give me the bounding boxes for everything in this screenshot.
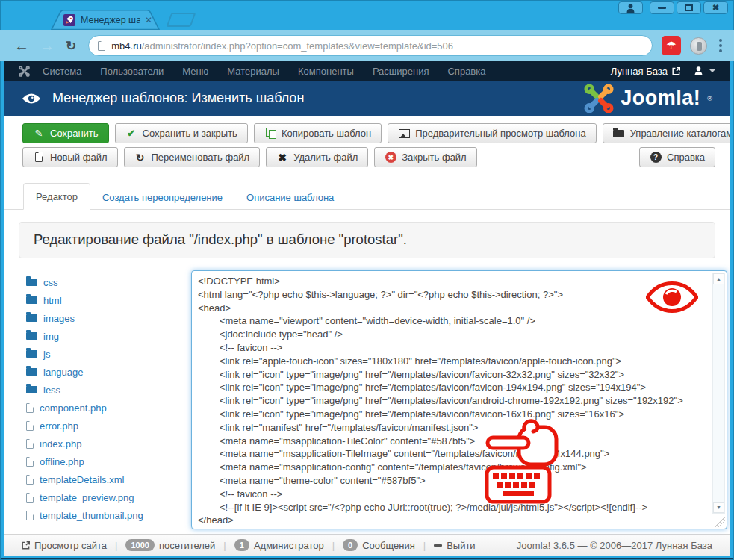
- rename-icon: ↻: [134, 152, 146, 163]
- tree-folder-less[interactable]: less: [26, 381, 191, 399]
- browser-toolbar: ← → ↻ mb4.ru/administrator/index.php?opt…: [0, 30, 734, 61]
- save-button[interactable]: ✎ Сохранить: [22, 123, 109, 143]
- admin-navbar: Система Пользователи Меню Материалы Комп…: [4, 61, 730, 81]
- joomla-wordmark: Joomla!: [621, 87, 700, 110]
- back-button[interactable]: ←: [14, 38, 29, 53]
- save-close-button[interactable]: ✔ Сохранить и закрыть: [115, 123, 248, 143]
- tree-folder-html[interactable]: html: [26, 291, 191, 309]
- code-editor-textarea[interactable]: <!DOCTYPE html> <html lang="<?php echo $…: [198, 275, 709, 527]
- close-file-label: Закрыть файл: [402, 152, 466, 163]
- new-file-icon: [33, 152, 45, 163]
- user-menu-button[interactable]: [694, 66, 703, 75]
- admins-status[interactable]: 1 Администратор: [234, 539, 324, 551]
- forward-button[interactable]: →: [40, 38, 55, 53]
- messages-status[interactable]: 0 Сообщения: [343, 539, 415, 551]
- nav-item-system[interactable]: Система: [43, 66, 81, 77]
- nav-item-content[interactable]: Материалы: [227, 66, 279, 77]
- tree-file-template-preview[interactable]: template_preview.png: [26, 488, 191, 506]
- image-icon: [398, 128, 410, 139]
- browser-menu-button[interactable]: [718, 37, 724, 54]
- close-window-button[interactable]: ✖: [703, 1, 728, 14]
- manage-folders-button[interactable]: Управление каталогами: [603, 123, 730, 143]
- tree-folder-img[interactable]: img: [26, 327, 191, 345]
- external-link-icon: [672, 67, 680, 75]
- scroll-down-icon[interactable]: ▼: [713, 502, 724, 513]
- extension-icon[interactable]: [690, 37, 707, 55]
- nav-item-users[interactable]: Пользователи: [100, 66, 164, 77]
- tree-file-component[interactable]: component.php: [26, 399, 191, 417]
- new-file-label: Новый файл: [50, 152, 108, 163]
- folder-icon: [26, 386, 37, 393]
- eye-icon: [22, 93, 41, 105]
- page-header: Менеджер шаблонов: Изменить шаблон Jooml…: [4, 81, 730, 116]
- profile-button[interactable]: [618, 1, 643, 14]
- minimize-icon: [658, 7, 666, 9]
- preview-template-button[interactable]: Предварительный просмотр шаблона: [388, 123, 597, 143]
- visitors-label: посетителей: [159, 540, 215, 551]
- new-tab-button[interactable]: [167, 13, 196, 27]
- copy-template-button[interactable]: Копировать шаблон: [254, 123, 382, 143]
- rename-file-label: Переименовать файл: [152, 152, 250, 163]
- tab-template-description[interactable]: Описание шаблона: [234, 184, 346, 210]
- admin-status-bar: Просмотр сайта | 1000 посетителей | 1 Ад…: [4, 534, 730, 556]
- close-file-button[interactable]: ✖ Закрыть файл: [374, 147, 476, 167]
- file-icon: [26, 493, 34, 503]
- antivirus-extension-icon[interactable]: ☂: [662, 36, 681, 55]
- tree-file-index[interactable]: index.php: [26, 435, 191, 452]
- url-path: /administrator/index.php?option=com_temp…: [142, 40, 453, 52]
- window-titlebar: Менеджер шаблонов: И ✕ ✖: [0, 0, 734, 30]
- reload-button[interactable]: ↻: [66, 38, 76, 54]
- tree-folder-css[interactable]: css: [26, 273, 191, 291]
- delete-icon: ✖: [276, 152, 288, 163]
- file-icon: [26, 421, 34, 431]
- joomla-version: Joomla! 3.6.5 — © 2006—2017 Лунная База: [517, 540, 712, 551]
- minimize-button[interactable]: [650, 1, 674, 14]
- rename-file-button[interactable]: ↻ Переименовать файл: [124, 147, 261, 167]
- tree-file-template-thumbnail[interactable]: template_thumbnail.png: [26, 506, 191, 524]
- help-button[interactable]: ? Справка: [639, 147, 715, 167]
- resize-grip[interactable]: [713, 515, 725, 527]
- folder-label: css: [43, 277, 58, 288]
- editor-scrollbar[interactable]: ▲ ▼: [712, 273, 725, 514]
- address-bar[interactable]: mb4.ru/administrator/index.php?option=co…: [88, 35, 653, 56]
- logout-link[interactable]: Выйти: [434, 540, 476, 551]
- site-preview-link[interactable]: Лунная База: [611, 66, 680, 77]
- copy-icon: [264, 128, 276, 139]
- nav-item-components[interactable]: Компоненты: [298, 66, 354, 77]
- tree-folder-language[interactable]: language: [26, 363, 191, 381]
- site-favicon-icon: [63, 14, 75, 26]
- tree-file-offline[interactable]: offline.php: [26, 452, 191, 470]
- file-tree: css html images img js language less com…: [26, 270, 191, 529]
- file-icon: [26, 439, 34, 449]
- folder-icon: [613, 128, 625, 139]
- registered-mark: ®: [707, 95, 712, 102]
- nav-item-menus[interactable]: Меню: [182, 66, 208, 77]
- web-page: Система Пользователи Меню Материалы Комп…: [4, 61, 730, 556]
- tree-folder-js[interactable]: js: [26, 345, 191, 363]
- tree-file-templatedetails[interactable]: templateDetails.xml: [26, 470, 191, 488]
- scroll-up-icon[interactable]: ▲: [713, 273, 724, 284]
- tree-folder-images[interactable]: images: [26, 309, 191, 327]
- browser-tab[interactable]: Менеджер шаблонов: И ✕: [51, 10, 160, 30]
- nav-item-help[interactable]: Справка: [447, 66, 485, 77]
- person-icon: [626, 4, 635, 13]
- tab-close-icon[interactable]: ✕: [145, 15, 152, 25]
- tab-editor[interactable]: Редактор: [23, 183, 90, 210]
- visitors-status[interactable]: 1000 посетителей: [125, 539, 215, 551]
- nav-item-extensions[interactable]: Расширения: [373, 66, 429, 77]
- delete-file-button[interactable]: ✖ Удалить файл: [266, 147, 368, 167]
- maximize-button[interactable]: [677, 1, 701, 14]
- view-site-label: Просмотр сайта: [34, 540, 107, 551]
- tree-file-error[interactable]: error.php: [26, 417, 191, 435]
- view-site-link[interactable]: Просмотр сайта: [22, 540, 107, 551]
- delete-file-label: Удалить файл: [293, 152, 358, 163]
- page-icon: [98, 41, 105, 51]
- new-file-button[interactable]: Новый файл: [22, 147, 118, 167]
- browser-window: Менеджер шаблонов: И ✕ ✖ ← → ↻ mb4.ru/ad…: [0, 0, 734, 560]
- tab-create-override[interactable]: Создать переопределение: [90, 184, 234, 210]
- page-title: Менеджер шаблонов: Изменить шаблон: [52, 90, 304, 106]
- check-icon: ✔: [125, 128, 137, 139]
- messages-badge: 0: [343, 539, 358, 551]
- chevron-down-icon[interactable]: [709, 69, 715, 72]
- folder-icon: [26, 368, 37, 376]
